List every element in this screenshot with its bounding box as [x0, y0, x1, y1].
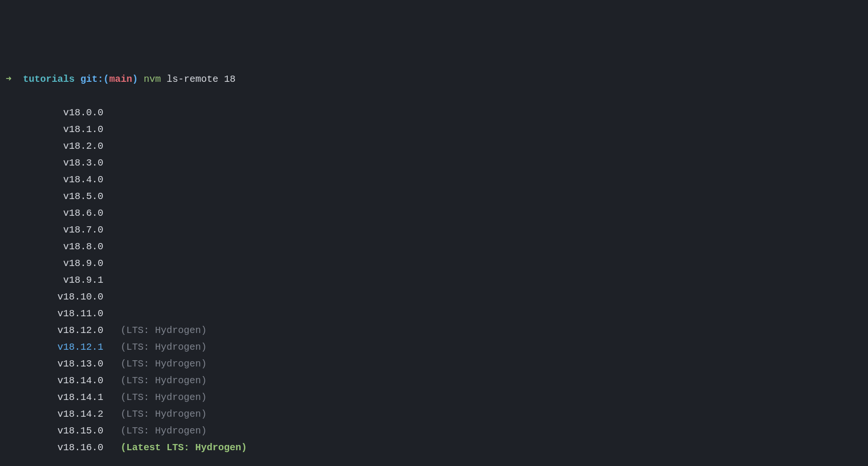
lts-annotation: (LTS: Hydrogen) [103, 422, 207, 439]
lts-annotation: (Latest LTS: Hydrogen) [103, 439, 247, 456]
output-line: v18.7.0 [6, 222, 862, 238]
version-number: v18.12.1 [6, 339, 103, 355]
version-number: v18.9.1 [6, 272, 103, 288]
output-line: v18.9.1 [6, 272, 862, 288]
version-number: v18.3.0 [6, 155, 103, 171]
output-line: v18.1.0 [6, 121, 862, 138]
version-number: v18.6.0 [6, 205, 103, 222]
output-line: v18.14.1(LTS: Hydrogen) [6, 389, 862, 406]
command-binary: nvm [144, 71, 161, 88]
version-number: v18.14.0 [6, 372, 103, 389]
command-output: v18.0.0v18.1.0v18.2.0v18.3.0v18.4.0v18.5… [6, 104, 862, 456]
lts-annotation: (LTS: Hydrogen) [103, 389, 207, 406]
lts-annotation: (LTS: Hydrogen) [103, 372, 207, 389]
lts-annotation: (LTS: Hydrogen) [103, 339, 207, 355]
version-number: v18.10.0 [6, 288, 103, 305]
output-line: v18.9.0 [6, 255, 862, 272]
version-number: v18.8.0 [6, 238, 103, 255]
output-line: v18.11.0 [6, 305, 862, 322]
output-line: v18.0.0 [6, 104, 862, 121]
version-number: v18.15.0 [6, 422, 103, 439]
output-line: v18.10.0 [6, 288, 862, 305]
git-label-close: ) [132, 71, 138, 88]
output-line: v18.6.0 [6, 205, 862, 222]
output-line: v18.16.0(Latest LTS: Hydrogen) [6, 439, 862, 456]
output-line: v18.5.0 [6, 188, 862, 205]
output-line: v18.14.2(LTS: Hydrogen) [6, 406, 862, 422]
version-number: v18.9.0 [6, 255, 103, 272]
version-number: v18.7.0 [6, 222, 103, 238]
output-line: v18.8.0 [6, 238, 862, 255]
output-line: v18.12.0(LTS: Hydrogen) [6, 322, 862, 339]
git-label: git:( [80, 71, 109, 88]
version-number: v18.5.0 [6, 188, 103, 205]
output-line: v18.3.0 [6, 155, 862, 171]
prompt-arrow-icon: ➜ [6, 71, 11, 88]
version-number: v18.14.2 [6, 406, 103, 422]
version-number: v18.11.0 [6, 305, 103, 322]
command-arguments: ls-remote 18 [167, 71, 235, 88]
output-line: v18.4.0 [6, 171, 862, 188]
version-number: v18.0.0 [6, 104, 103, 121]
version-number: v18.2.0 [6, 138, 103, 155]
lts-annotation: (LTS: Hydrogen) [103, 406, 207, 422]
git-branch: main [109, 71, 132, 88]
output-line: v18.12.1(LTS: Hydrogen) [6, 339, 862, 355]
version-number: v18.4.0 [6, 171, 103, 188]
prompt-directory: tutorials [23, 71, 75, 88]
output-line: v18.13.0(LTS: Hydrogen) [6, 355, 862, 372]
version-number: v18.12.0 [6, 322, 103, 339]
version-number: v18.13.0 [6, 355, 103, 372]
output-line: v18.14.0(LTS: Hydrogen) [6, 372, 862, 389]
lts-annotation: (LTS: Hydrogen) [103, 355, 207, 372]
version-number: v18.1.0 [6, 121, 103, 138]
output-line: v18.15.0(LTS: Hydrogen) [6, 422, 862, 439]
output-line: v18.2.0 [6, 138, 862, 155]
version-number: v18.14.1 [6, 389, 103, 406]
version-number: v18.16.0 [6, 439, 103, 456]
lts-annotation: (LTS: Hydrogen) [103, 322, 207, 339]
shell-prompt[interactable]: ➜ tutorials git:(main) nvm ls-remote 18 [6, 71, 862, 88]
